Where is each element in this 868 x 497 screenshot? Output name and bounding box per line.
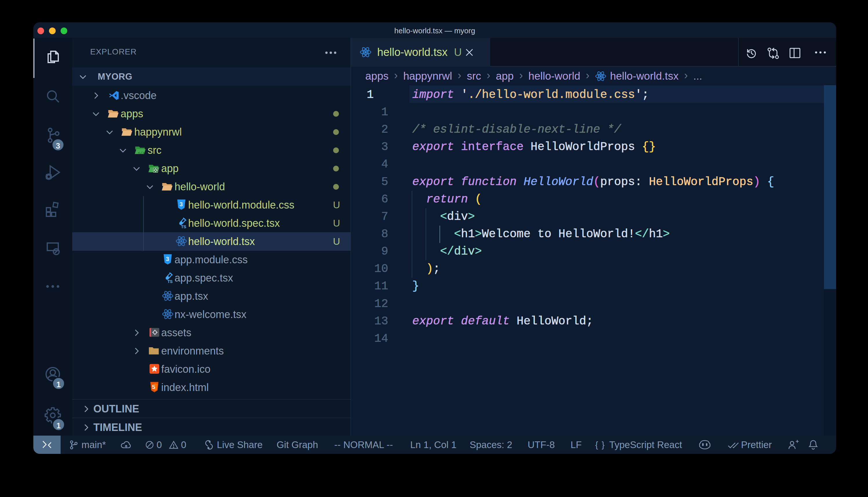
svg-text:3: 3 — [166, 255, 169, 262]
svg-text:5: 5 — [152, 383, 155, 390]
svg-text:TS: TS — [181, 225, 187, 229]
svg-text:TS: TS — [168, 279, 173, 284]
svg-text:</>: </> — [138, 151, 145, 155]
svg-text:3: 3 — [179, 201, 183, 208]
